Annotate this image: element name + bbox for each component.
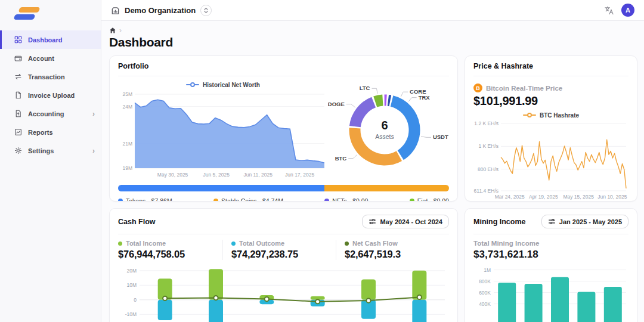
svg-text:Jun 11, 2025: Jun 11, 2025: [243, 172, 273, 178]
breadcrumb: ›: [109, 26, 636, 35]
asset-allocation-donut-chart: LTCCORETRXUSDTBTCDOGE6Assets: [328, 80, 450, 181]
btc-price-value: $101,991.99: [473, 94, 628, 108]
net-worth-legend-label: Historical Net Worth: [203, 82, 260, 88]
svg-text:May 30, 2025: May 30, 2025: [157, 172, 188, 178]
portfolio-card-title: Portfolio: [118, 62, 148, 70]
main-area: Demo Organization A › Dashboard Portfoli…: [101, 0, 644, 322]
cash-flow-card: Cash Flow May 2024 - Oct 2024 Total Inco…: [109, 208, 458, 322]
chevron-right-icon: ›: [92, 110, 95, 117]
home-icon[interactable]: [109, 27, 116, 34]
total-outcome-stat: Total Outcome $74,297,238.75: [222, 240, 336, 260]
stable-coins-dot-icon: [213, 199, 218, 202]
svg-text:1 K EH/s: 1 K EH/s: [478, 143, 499, 149]
svg-text:LTC: LTC: [360, 85, 370, 91]
line-series-marker-icon: [523, 112, 536, 118]
cash-flow-card-title: Cash Flow: [118, 218, 156, 226]
total-income-stat: Total Income $76,944,758.05: [118, 240, 222, 260]
fiat-dot-icon: [410, 199, 414, 202]
svg-text:Mar 24, 2025: Mar 24, 2025: [495, 194, 525, 200]
allocation-bar-segment: [324, 185, 449, 191]
topbar: Demo Organization A: [101, 0, 644, 21]
cash-flow-date-range-filter[interactable]: May 2024 - Oct 2024: [362, 215, 449, 228]
svg-text:600K: 600K: [479, 290, 491, 296]
net-cash-flow-dot-icon: [345, 242, 349, 246]
svg-text:May 15, 2025: May 15, 2025: [563, 194, 594, 200]
line-series-marker-icon: [186, 82, 199, 88]
total-mining-income-label: Total Mining Income: [473, 240, 628, 247]
sidebar-item-label: Accounting: [28, 110, 64, 117]
svg-text:6: 6: [381, 119, 388, 132]
breadcrumb-separator: ›: [119, 26, 122, 35]
cash-flow-combo-chart: 20M10M0-10M-20M: [110, 261, 457, 322]
tokens-dot-icon: [118, 199, 123, 202]
sidebar-item-reports[interactable]: Reports: [0, 123, 101, 141]
organization-selector[interactable]: Demo Organization: [125, 6, 196, 15]
svg-text:Assets: Assets: [375, 133, 394, 140]
btc-price-label: Bitcoin Real-Time Price: [486, 85, 562, 92]
svg-text:24M: 24M: [122, 104, 132, 110]
allocation-legend-item: Tokens - $7.86M: [118, 197, 172, 202]
sidebar: Dashboard Account Transaction Invoice Up…: [0, 0, 101, 322]
svg-text:800K: 800K: [479, 278, 491, 284]
portfolio-card: Portfolio Historical Net Worth: [109, 55, 458, 202]
dashboard-icon: [14, 36, 22, 44]
svg-text:611.4 EH/s: 611.4 EH/s: [474, 188, 499, 194]
user-avatar[interactable]: A: [621, 4, 634, 17]
language-translate-icon[interactable]: [604, 5, 614, 16]
allocation-legend-item: Stable Coins - $4.74M: [213, 197, 283, 202]
svg-text:0: 0: [134, 297, 137, 303]
sidebar-item-account[interactable]: Account: [0, 49, 101, 67]
svg-text:800 EH/s: 800 EH/s: [478, 166, 499, 172]
reports-icon: [14, 128, 22, 136]
svg-text:19M: 19M: [122, 165, 132, 171]
accounting-icon: [14, 110, 22, 117]
mining-income-card-title: Mining Income: [473, 218, 526, 226]
total-mining-income-value: $3,731,621.18: [473, 249, 628, 261]
sidebar-item-dashboard[interactable]: Dashboard: [0, 30, 101, 49]
sidebar-item-label: Account: [28, 55, 54, 62]
net-worth-area-chart: 25M24M21M19MMay 30, 2025Jun 5, 2025Jun 1…: [118, 89, 328, 181]
svg-text:25M: 25M: [122, 91, 132, 97]
svg-text:400K: 400K: [479, 301, 491, 307]
sidebar-item-invoice-upload[interactable]: Invoice Upload: [0, 86, 101, 104]
app-window: Dashboard Account Transaction Invoice Up…: [0, 0, 644, 322]
nfts-dot-icon: [324, 199, 329, 202]
cash-flow-stats: Total Income $76,944,758.05 Total Outcom…: [110, 234, 457, 261]
sidebar-item-label: Reports: [28, 129, 53, 136]
organization-switcher-button[interactable]: [200, 5, 212, 16]
sidebar-item-settings[interactable]: Settings ›: [0, 141, 101, 160]
btc-hashrate-line-chart: 1.2 K EH/s1 K EH/s800 EH/s611.4 EH/sMar …: [473, 120, 628, 202]
bitcoin-icon: B: [473, 83, 482, 92]
mining-date-range-filter[interactable]: Jan 2025 - May 2025: [541, 215, 628, 228]
page-title: Dashboard: [109, 35, 636, 49]
hashrate-legend-label: BTC Hashrate: [540, 112, 579, 119]
price-hashrate-card-title: Price & Hashrate: [473, 62, 533, 70]
sidebar-item-label: Invoice Upload: [28, 92, 75, 99]
svg-text:1M: 1M: [484, 267, 491, 273]
page-content: › Dashboard Portfolio: [101, 21, 644, 322]
svg-text:BTC: BTC: [335, 155, 347, 162]
allocation-legend-item: NFTs - $0.00: [324, 197, 368, 202]
sidebar-item-label: Dashboard: [28, 36, 62, 44]
filter-tune-icon: [369, 218, 376, 225]
settings-icon: [14, 147, 22, 154]
allocation-legend: Tokens - $7.86M Stable Coins - $4.74M NF…: [118, 197, 449, 202]
income-dot-icon: [118, 242, 122, 246]
mining-income-bar-chart: 1M800K600K400K: [473, 265, 628, 322]
svg-text:Apr 19, 2025: Apr 19, 2025: [529, 194, 558, 200]
logo-bar-orange: [18, 7, 41, 13]
wallet-icon: [14, 54, 22, 62]
net-cash-flow-stat: Net Cash Flow $2,647,519.3: [336, 240, 449, 260]
transfer-icon: [14, 73, 22, 80]
sidebar-item-accounting[interactable]: Accounting ›: [0, 104, 101, 123]
svg-text:-10M: -10M: [125, 311, 137, 317]
svg-text:USDT: USDT: [433, 134, 448, 140]
svg-text:21M: 21M: [122, 141, 132, 147]
net-worth-legend: Historical Net Worth: [118, 80, 328, 89]
sidebar-item-transaction[interactable]: Transaction: [0, 67, 101, 86]
svg-text:10M: 10M: [126, 282, 137, 288]
sidebar-nav: Dashboard Account Transaction Invoice Up…: [0, 30, 101, 160]
invoice-upload-icon: [14, 91, 22, 99]
organization-icon: [111, 6, 120, 15]
svg-text:Jun 10, 2025: Jun 10, 2025: [597, 194, 627, 200]
